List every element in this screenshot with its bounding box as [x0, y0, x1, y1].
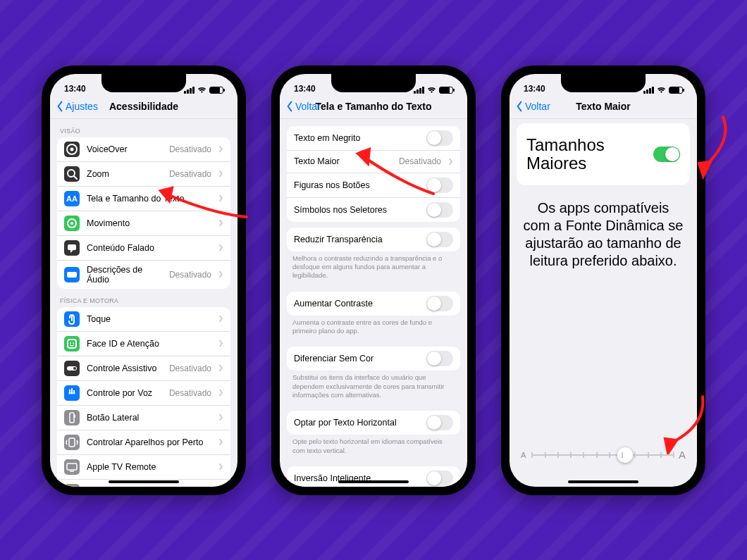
chevron-right-icon [218, 315, 223, 323]
group-single: Inversão Inteligente [287, 466, 460, 487]
row-label: Símbolos nos Seletores [294, 205, 419, 215]
toggle[interactable] [426, 471, 453, 486]
home-indicator[interactable] [109, 480, 179, 483]
settings-row[interactable]: Optar por Texto Horizontal [287, 411, 460, 435]
settings-row[interactable]: Aumentar Contraste [287, 292, 460, 316]
row-status: Desativado [169, 388, 211, 398]
larger-sizes-title: TamanhosMaiores [526, 136, 605, 173]
status-time: 13:40 [294, 84, 316, 94]
settings-row[interactable]: Figuras nos Botões [287, 173, 460, 198]
nav-bar: Voltar Tela e Tamanho do Texto [280, 95, 467, 119]
toggle[interactable] [426, 178, 453, 193]
row-icon [64, 435, 80, 450]
back-button[interactable]: Voltar [285, 101, 321, 112]
notch [331, 74, 416, 92]
row-icon [64, 361, 80, 376]
row-footnote: Melhora o contraste reduzindo a transpar… [280, 251, 467, 286]
chevron-right-icon [218, 270, 223, 278]
settings-row[interactable]: Controle AssistivoDesativado [57, 356, 230, 381]
settings-row[interactable]: VoiceOverDesativado [57, 137, 230, 162]
group-text: Texto em NegritoTexto MaiorDesativadoFig… [287, 126, 460, 222]
nav-bar: Voltar Texto Maior [510, 95, 697, 119]
row-label: Controlar Aparelhos por Perto [87, 437, 211, 447]
back-button[interactable]: Voltar [515, 101, 550, 112]
chevron-right-icon [218, 219, 223, 227]
row-label: Texto Maior [294, 156, 392, 166]
text-size-slider-row: A A [510, 446, 697, 471]
row-label: Controle Assistivo [87, 363, 162, 373]
row-icon [64, 142, 80, 157]
svg-rect-21 [75, 415, 76, 418]
group-single: Reduzir Transparência [287, 228, 460, 251]
wifi-icon [427, 87, 436, 94]
row-label: Aumentar Contraste [294, 299, 419, 309]
status-time: 13:40 [64, 84, 86, 94]
row-icon [64, 484, 80, 487]
svg-point-11 [73, 342, 74, 344]
larger-sizes-toggle[interactable] [653, 147, 680, 162]
settings-row[interactable]: Reduzir Transparência [287, 228, 460, 251]
nav-title: Acessibilidade [109, 101, 178, 112]
chevron-right-icon [218, 145, 223, 153]
row-icon [64, 336, 80, 351]
phone-display-text: 13:40 Voltar Tela e Tamanho do Texto Tex… [271, 66, 476, 495]
row-label: Texto em Negrito [294, 133, 419, 143]
home-indicator[interactable] [338, 480, 409, 483]
settings-row[interactable]: Controle por VozDesativado [57, 381, 230, 406]
settings-row[interactable]: Diferenciar Sem Cor [287, 347, 460, 371]
settings-row[interactable]: Conteúdo Falado [57, 236, 230, 261]
toggle[interactable] [426, 202, 453, 218]
group-single: Optar por Texto Horizontal [287, 411, 460, 435]
row-status: Desativado [169, 169, 211, 179]
settings-row[interactable]: Texto em Negrito [287, 126, 460, 151]
settings-row[interactable]: Inversão Inteligente [287, 466, 460, 487]
row-icon: AA [64, 191, 80, 206]
home-indicator[interactable] [568, 480, 638, 483]
back-label: Voltar [295, 101, 321, 112]
row-icon [64, 267, 80, 282]
chevron-right-icon [218, 463, 223, 471]
wifi-icon [197, 87, 206, 94]
text-size-slider[interactable] [531, 454, 673, 456]
settings-row[interactable]: Apple TV Remote [57, 455, 230, 480]
battery-icon [669, 87, 683, 94]
phone-larger-text: 13:40 Voltar Texto Maior TamanhosMaiores… [501, 66, 705, 495]
row-label: Conteúdo Falado [87, 243, 211, 253]
toggle[interactable] [426, 296, 453, 311]
settings-row[interactable]: ZoomDesativado [57, 162, 230, 187]
settings-row[interactable]: Controlar Aparelhos por Perto [57, 430, 230, 455]
chevron-left-icon [56, 101, 64, 112]
chevron-right-icon [218, 364, 223, 372]
row-footnote: Opte pelo texto horizontal em idiomas co… [280, 435, 467, 461]
row-label: Controle por Voz [87, 388, 162, 398]
settings-row[interactable]: Toque [57, 307, 230, 332]
chevron-right-icon [218, 413, 223, 421]
settings-row[interactable]: Face ID e Atenção [57, 332, 230, 356]
settings-row[interactable]: Botão Lateral [57, 406, 230, 430]
row-label: VoiceOver [87, 144, 162, 154]
size-large-a-icon: A [679, 449, 686, 461]
back-button[interactable]: Ajustes [56, 101, 98, 112]
toggle[interactable] [426, 415, 453, 430]
settings-row[interactable]: Movimento [57, 211, 230, 236]
row-icon [64, 311, 80, 327]
settings-row-larger-text[interactable]: Texto MaiorDesativado [287, 151, 460, 173]
settings-row[interactable]: AATela e Tamanho do Texto [57, 187, 230, 211]
toggle[interactable] [426, 130, 453, 146]
nav-bar: Ajustes Acessibilidade [50, 95, 237, 119]
row-footnote: Aumenta o contraste entre as cores de fu… [280, 316, 467, 342]
row-icon [64, 166, 80, 182]
slider-thumb[interactable] [617, 447, 633, 463]
svg-point-10 [70, 342, 71, 344]
row-icon [64, 459, 80, 475]
row-label: Zoom [87, 169, 162, 179]
toggle[interactable] [426, 351, 453, 366]
notch [561, 74, 646, 92]
row-status: Desativado [169, 363, 211, 373]
toggle[interactable] [426, 232, 453, 247]
row-label: Optar por Texto Horizontal [294, 418, 419, 428]
settings-row[interactable]: Descrições de ÁudioDesativado [57, 261, 230, 289]
svg-rect-17 [69, 390, 70, 392]
settings-row[interactable]: Símbolos nos Seletores [287, 198, 460, 222]
row-label: Figuras nos Botões [294, 180, 419, 190]
